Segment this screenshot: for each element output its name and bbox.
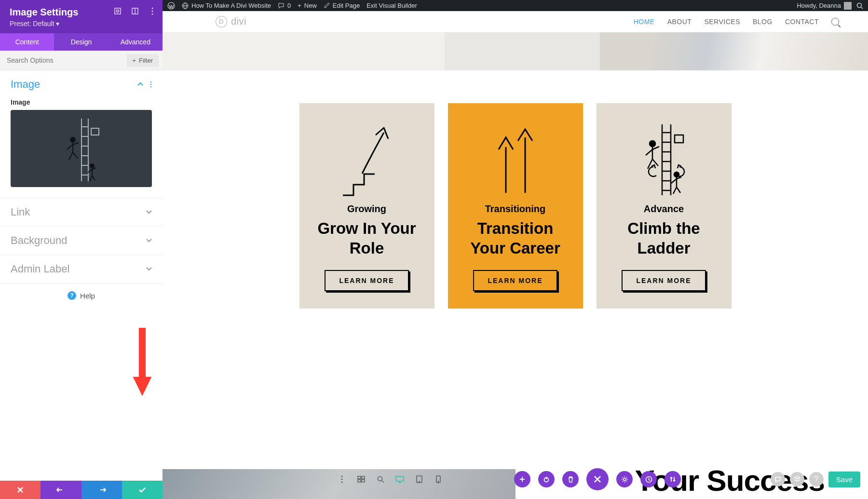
power-button[interactable] [538, 471, 555, 487]
learn-more-button[interactable]: LEARN MORE [622, 270, 705, 291]
expand-icon[interactable] [131, 7, 139, 15]
wp-site-link[interactable]: How To Make A Divi Website [182, 2, 271, 9]
svg-point-9 [150, 86, 152, 88]
trash-button[interactable] [562, 471, 579, 487]
undo-button[interactable] [41, 481, 81, 499]
toolbar-center [514, 468, 681, 490]
tab-advanced[interactable]: Advanced [108, 33, 163, 51]
svg-marker-67 [794, 476, 800, 479]
desktop-icon[interactable] [393, 472, 407, 486]
svg-point-65 [624, 478, 626, 481]
image-thumbnail[interactable] [11, 110, 152, 187]
close-menu-button[interactable] [586, 468, 609, 490]
wp-exit-builder[interactable]: Exit Visual Builder [366, 2, 417, 9]
layers-icon[interactable] [790, 472, 804, 486]
wp-comments[interactable]: 0 [278, 2, 291, 9]
avatar [844, 2, 852, 10]
section-image-body: Image [0, 98, 163, 198]
chat-icon[interactable] [771, 472, 785, 486]
wp-new[interactable]: +New [298, 2, 317, 9]
save-button[interactable]: Save [828, 472, 860, 487]
wp-admin-bar: How To Make A Divi Website 0 +New Edit P… [163, 0, 868, 11]
nav-search-icon[interactable] [831, 18, 839, 26]
site-logo[interactable]: D divi [216, 16, 246, 27]
add-button[interactable] [514, 471, 530, 487]
card-transitioning[interactable]: Transitioning Transition Your Career LEA… [448, 103, 583, 309]
help-icon: ? [68, 291, 76, 300]
sidebar-header-icons [113, 7, 157, 15]
section-background-header[interactable]: Background [0, 227, 163, 255]
arrows-up-icon [487, 121, 544, 198]
svg-point-7 [150, 81, 152, 83]
section-link-header[interactable]: Link [0, 198, 163, 226]
svg-rect-52 [396, 476, 404, 481]
cards-row: Growing Grow In Your Role LEARN MORE Tra… [163, 70, 868, 357]
builder-toolbar: ? Save [335, 470, 860, 488]
nav-contact[interactable]: CONTACT [785, 18, 819, 26]
tablet-icon[interactable] [412, 472, 426, 486]
sidebar-body: Image Image [0, 70, 163, 481]
settings-button[interactable] [616, 471, 633, 487]
nav-services[interactable]: SERVICES [704, 18, 740, 26]
learn-more-button[interactable]: LEARN MORE [473, 270, 557, 291]
svg-rect-49 [362, 480, 365, 482]
card-advance[interactable]: Advance Climb the Ladder LEARN MORE [597, 103, 732, 309]
nav-blog[interactable]: BLOG [753, 18, 773, 26]
cancel-button[interactable] [0, 481, 41, 499]
zoom-icon[interactable] [373, 472, 388, 486]
nav-home[interactable]: HOME [634, 18, 655, 26]
section-image-header[interactable]: Image [0, 70, 163, 98]
tab-design[interactable]: Design [54, 33, 108, 51]
learn-more-button[interactable]: LEARN MORE [325, 270, 408, 291]
wp-search-icon[interactable] [856, 2, 863, 9]
sidebar-header: Image Settings Preset: Default ▾ [0, 0, 163, 33]
main-canvas: How To Make A Divi Website 0 +New Edit P… [163, 0, 868, 499]
wp-bar-left: How To Make A Divi Website 0 +New Edit P… [167, 2, 790, 10]
search-row: + Filter [0, 51, 163, 70]
sidebar-footer [0, 481, 163, 499]
menu-icon[interactable] [335, 472, 349, 486]
section-admin-label-header[interactable]: Admin Label [0, 255, 163, 283]
responsive-icon[interactable] [113, 7, 122, 15]
tab-content[interactable]: Content [0, 33, 54, 51]
wp-howdy[interactable]: Howdy, Deanna [797, 2, 852, 10]
chevron-up-icon[interactable] [137, 82, 143, 86]
logo-text: divi [231, 16, 246, 27]
growth-icon [338, 121, 396, 198]
phone-icon[interactable] [431, 472, 446, 486]
search-input[interactable] [0, 51, 123, 70]
plus-icon: + [133, 57, 136, 64]
help-row[interactable]: ? Help [0, 283, 163, 308]
wireframe-icon[interactable] [354, 472, 368, 486]
card-sub: Advance [644, 203, 684, 215]
nav-about[interactable]: ABOUT [667, 18, 692, 26]
filter-button[interactable]: + Filter [127, 54, 159, 67]
more-icon[interactable] [148, 7, 157, 15]
help-circle-icon[interactable]: ? [809, 472, 824, 486]
plus-icon: + [298, 2, 301, 9]
svg-point-20 [90, 164, 94, 168]
section-admin-label-title: Admin Label [11, 263, 69, 275]
dots-icon[interactable] [150, 81, 152, 88]
ladder-icon [635, 121, 693, 198]
confirm-button[interactable] [122, 481, 163, 499]
section-link-title: Link [11, 206, 30, 218]
card-growing[interactable]: Growing Grow In Your Role LEARN MORE [299, 103, 434, 309]
wp-edit-page[interactable]: Edit Page [324, 2, 360, 9]
sidebar-tabs: Content Design Advanced [0, 33, 163, 51]
svg-rect-48 [358, 480, 361, 482]
svg-rect-47 [362, 476, 365, 479]
wp-logo-icon[interactable] [167, 2, 175, 10]
svg-point-5 [152, 11, 153, 12]
preset-selector[interactable]: Preset: Default ▾ [10, 20, 153, 27]
card-title: Climb the Ladder [608, 218, 720, 258]
sort-button[interactable] [665, 471, 681, 487]
filter-label: Filter [139, 57, 153, 64]
section-image: Image Image [0, 70, 163, 198]
hero-image-strip [163, 32, 868, 70]
redo-button[interactable] [81, 481, 122, 499]
section-background: Background [0, 227, 163, 255]
svg-point-44 [341, 479, 343, 480]
history-button[interactable] [640, 471, 657, 487]
wp-bar-right: Howdy, Deanna [797, 2, 863, 10]
